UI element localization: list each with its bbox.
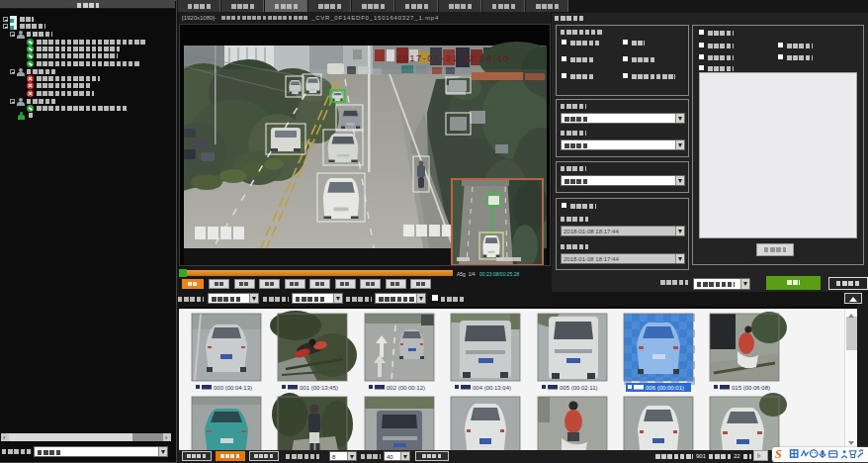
- svg-text:006 (00:00:01): 006 (00:00:01): [646, 385, 684, 391]
- svg-text:002 (00:00:12): 002 (00:00:12): [387, 385, 425, 391]
- svg-text:2017-07-31 12:06:40: 2017-07-31 12:06:40: [396, 52, 510, 63]
- svg-text:000 (00:04:13): 000 (00:04:13): [214, 385, 252, 391]
- svg-text:005 (00:02:11): 005 (00:02:11): [560, 385, 598, 391]
- svg-text:001 (00:13:45): 001 (00:13:45): [300, 385, 338, 391]
- svg-text:004 (00:13:04): 004 (00:13:04): [473, 385, 511, 391]
- svg-text:015 (00:06:08): 015 (00:06:08): [732, 385, 770, 391]
